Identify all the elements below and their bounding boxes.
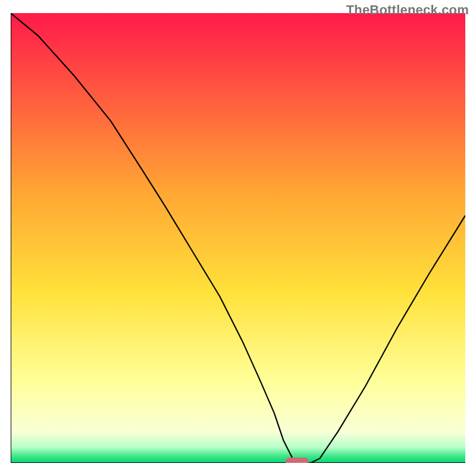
bottleneck-plot (11, 13, 465, 463)
watermark-text: TheBottleneck.com (346, 2, 469, 18)
chart-container: TheBottleneck.com (0, 0, 476, 476)
gradient-background (11, 13, 465, 463)
optimum-marker (286, 458, 308, 463)
